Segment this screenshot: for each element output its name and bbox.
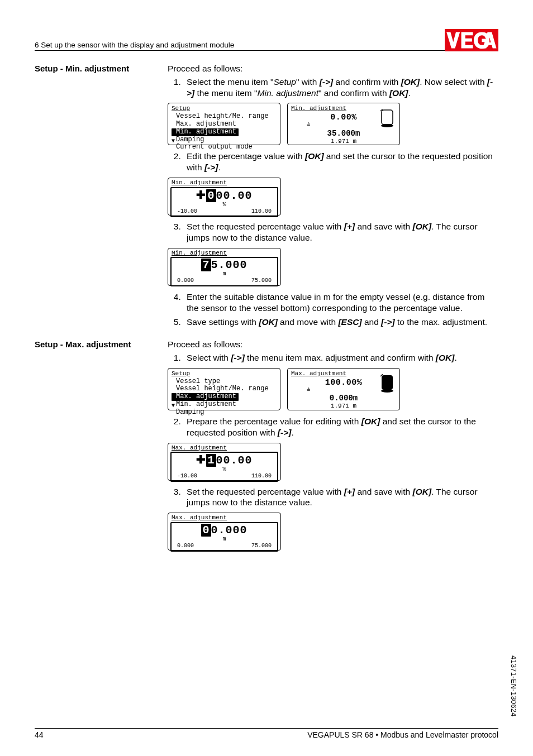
chevron-down-icon: ▼ — [172, 138, 175, 145]
value-screen-min: Min. adjustment 0.00% ≙ 35.000m 1.971 m — [287, 103, 400, 145]
svg-point-2 — [381, 124, 393, 127]
side-label-min-adjust: Setup - Min. adjustment — [35, 63, 156, 331]
menu-item-selected: Max. adjustment — [172, 393, 239, 401]
step-2-3: Set the requested percentage value with … — [183, 486, 498, 509]
menu-screen-min: Setup Vessel height/Me. range Max. adjus… — [168, 103, 280, 145]
menu-screen-max: Setup Vessel type Vessel height/Me. rang… — [168, 368, 280, 410]
value-screen-max: Max. adjustment 100.00% ≙ 0.000m 1.971 m — [287, 368, 400, 410]
step-2-1: Select with [->] the menu item max. adju… — [183, 352, 498, 363]
step-1-4: Enter the suitable distance value in m f… — [183, 291, 498, 314]
intro-text-1: Proceed as follows: — [168, 63, 498, 74]
step-1-2: Edit the percentage value with [OK] and … — [183, 151, 498, 173]
step-1-1: Select the menu item "Setup" with [->] a… — [183, 76, 498, 99]
section-title: 6 Set up the sensor with the display and… — [35, 41, 234, 49]
edit-screen-min-percent: Min. adjustment ✚000.00 % -10.00 110.00 — [168, 178, 281, 216]
step-1-5: Save settings with [OK] and move with [E… — [183, 317, 498, 328]
svg-rect-1 — [382, 110, 393, 125]
menu-item-selected: Min. adjustment — [172, 128, 239, 136]
page-number: 44 — [35, 730, 44, 739]
step-1-3: Set the requested percentage value with … — [183, 221, 498, 243]
svg-point-5 — [381, 389, 393, 393]
tank-empty-icon — [379, 109, 395, 128]
chevron-down-icon: ▼ — [172, 403, 175, 409]
step-2-2: Prepare the percentage value for editing… — [183, 416, 498, 438]
edit-screen-min-dist: Min. adjustment 75.000 m 0.000 75.000 — [168, 248, 281, 286]
svg-rect-4 — [382, 375, 393, 390]
page-footer: 44 VEGAPULS SR 68 • Modbus and Levelmast… — [35, 728, 498, 739]
edit-screen-max-dist: Max. adjustment 00.000 m 0.000 75.000 — [168, 513, 281, 551]
edit-screen-max-percent: Max. adjustment ✚100.00 % -10.00 110.00 — [168, 443, 281, 481]
doc-title: VEGAPULS SR 68 • Modbus and Levelmaster … — [307, 730, 498, 739]
page-header: 6 Set up the sensor with the display and… — [35, 27, 498, 51]
tank-full-icon — [379, 374, 395, 393]
side-label-max-adjust: Setup - Max. adjustment — [35, 339, 156, 556]
intro-text-2: Proceed as follows: — [168, 339, 498, 350]
vega-logo — [445, 29, 498, 51]
document-code: 41371-EN-130624 — [510, 655, 517, 717]
